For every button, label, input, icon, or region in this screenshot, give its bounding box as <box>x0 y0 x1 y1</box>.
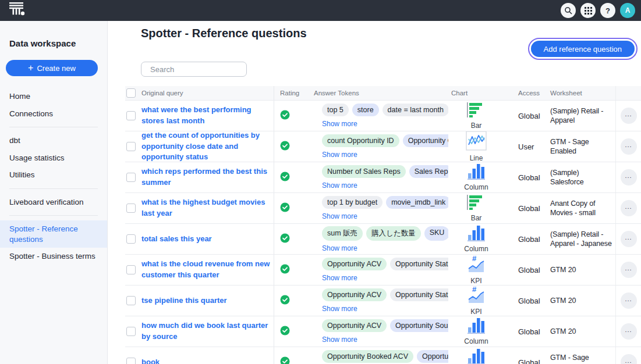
row-checkbox[interactable] <box>126 327 136 336</box>
worksheet-value: GTM 20 <box>550 265 577 274</box>
header-chart: Chart <box>448 86 512 100</box>
app-switcher-icon[interactable] <box>580 3 596 18</box>
worksheet-value: (Sample) Retail - Apparel - Japanese <box>550 230 615 249</box>
sidebar-nav: HomeConnectionsdbtUsage statisticsUtilit… <box>0 88 107 265</box>
row-checkbox[interactable] <box>126 234 136 244</box>
row-more-actions-button[interactable]: ... <box>621 262 637 278</box>
table-row: which reps performed the best this summe… <box>125 162 641 193</box>
query-link[interactable]: book <box>141 357 163 364</box>
query-link[interactable]: tse pipeline this quarter <box>141 295 231 306</box>
row-checkbox[interactable] <box>126 265 136 274</box>
header-worksheet: Worksheet <box>547 86 615 100</box>
query-link[interactable]: what is the cloud revenue from new custo… <box>141 259 274 281</box>
token-chip: store <box>352 104 379 116</box>
show-more-link[interactable]: Show more <box>322 181 357 190</box>
token-chip: Opportunity S <box>417 350 448 363</box>
show-more-link[interactable]: Show more <box>322 120 357 128</box>
search-icon[interactable] <box>561 3 576 18</box>
row-more-actions-button[interactable]: ... <box>621 231 637 247</box>
user-avatar[interactable]: A <box>620 3 635 18</box>
worksheet-value: GTM - Sage Enabled <box>550 137 615 156</box>
row-checkbox[interactable] <box>126 173 136 182</box>
help-icon[interactable]: ? <box>600 3 615 18</box>
table-row: what is the cloud revenue from new custo… <box>125 255 641 286</box>
token-chip: 購入した数量 <box>366 226 421 241</box>
row-checkbox[interactable] <box>126 142 136 151</box>
row-more-actions-button[interactable]: ... <box>621 108 637 124</box>
select-all-checkbox[interactable] <box>126 88 136 98</box>
query-link[interactable]: which reps performed the best this summe… <box>141 166 274 188</box>
add-reference-question-button[interactable]: Add reference question <box>531 41 635 57</box>
verified-check-icon <box>280 110 290 122</box>
chart-type-icon <box>468 225 485 244</box>
thoughtspot-logo-icon[interactable] <box>9 2 26 19</box>
token-list: top 5storedate = last monthsa <box>322 104 448 116</box>
chart-type-icon <box>468 348 485 364</box>
token-chip: Opportunity ACV <box>322 288 387 301</box>
verified-check-icon <box>280 295 290 307</box>
chart-type-icon <box>466 195 486 213</box>
query-link[interactable]: total sales this year <box>141 234 215 245</box>
token-chip: date = last month <box>383 104 448 116</box>
sidebar-item-usage-statistics[interactable]: Usage statistics <box>0 149 107 167</box>
chart-type-icon <box>468 317 485 336</box>
row-checkbox[interactable] <box>126 204 136 213</box>
create-new-button[interactable]: + Create new <box>6 60 98 76</box>
page-title: Spotter - Reference questions <box>141 27 307 40</box>
sidebar-item-connections[interactable]: Connections <box>0 105 107 123</box>
sidebar-divider <box>9 188 98 189</box>
sidebar-item-liveboard-verification[interactable]: Liveboard verification <box>0 194 107 211</box>
row-checkbox[interactable] <box>126 358 136 364</box>
row-more-actions-button[interactable]: ... <box>621 292 637 309</box>
chart-type-icon <box>468 163 485 182</box>
table-row: how much did we book last quarter by sou… <box>125 316 641 347</box>
row-checkbox[interactable] <box>126 111 136 120</box>
token-chip: top 5 <box>322 104 349 116</box>
chart-type-label: Column <box>464 245 488 253</box>
sidebar-item-spotter-reference-questions[interactable]: Spotter - Reference questions <box>0 220 107 248</box>
verified-check-icon <box>280 326 290 338</box>
show-more-link[interactable]: Show more <box>322 274 357 282</box>
access-value: Global <box>518 327 540 336</box>
chart-type-label: KPI <box>470 277 481 285</box>
token-list: Opportunity ACVOpportunity Status = 'b <box>322 258 448 270</box>
table-row: book Opportunity Booked ACVOpportunity S… <box>125 347 641 364</box>
show-more-link[interactable]: Show more <box>322 336 357 344</box>
chart-type-label: Line <box>470 154 483 162</box>
query-link[interactable]: what is the highest budget movies last y… <box>141 197 274 219</box>
access-value: User <box>518 142 534 151</box>
sidebar-item-home[interactable]: Home <box>0 88 107 105</box>
chart-type-icon <box>466 131 487 153</box>
token-list: top 1 by budgetmovie_imdb_linkc <box>322 196 448 209</box>
row-more-actions-button[interactable]: ... <box>621 323 637 340</box>
token-chip: Sales Rep <box>409 165 448 178</box>
show-more-link[interactable]: Show more <box>322 244 357 252</box>
worksheet-value: GTM - Sage Enabled <box>550 353 615 364</box>
sidebar: Data workspace + Create new HomeConnecti… <box>0 21 108 364</box>
verified-check-icon <box>280 172 290 184</box>
sidebar-item-spotter-business-terms[interactable]: Spotter - Business terms <box>0 248 107 265</box>
chart-type-label: KPI <box>470 308 481 316</box>
row-more-actions-button[interactable]: ... <box>621 354 637 364</box>
query-link[interactable]: how much did we book last quarter by sou… <box>141 320 274 342</box>
row-more-actions-button[interactable]: ... <box>621 169 637 185</box>
row-more-actions-button[interactable]: ... <box>621 138 637 155</box>
query-link[interactable]: what were the best performing stores las… <box>141 105 274 127</box>
sidebar-item-dbt[interactable]: dbt <box>0 132 107 149</box>
chart-type-label: Column <box>464 183 488 191</box>
show-more-link[interactable]: Show more <box>322 212 357 220</box>
chart-type-icon: # <box>468 286 485 306</box>
token-list: Opportunity Booked ACVOpportunity S <box>322 350 448 363</box>
access-value: Global <box>518 235 540 244</box>
search-input[interactable] <box>150 65 253 74</box>
sidebar-item-utilities[interactable]: Utilities <box>0 166 107 184</box>
row-checkbox[interactable] <box>126 296 136 305</box>
show-more-link[interactable]: Show more <box>322 151 357 159</box>
query-link[interactable]: get the count of opportunities by opport… <box>141 131 274 162</box>
worksheet-value: (Sample) Retail - Apparel <box>550 106 615 126</box>
worksheet-value: GTM 20 <box>550 296 577 305</box>
row-more-actions-button[interactable]: ... <box>621 200 637 216</box>
chart-type-label: Bar <box>471 214 482 222</box>
show-more-link[interactable]: Show more <box>322 305 357 313</box>
add-button-highlight-ring: Add reference question <box>528 38 638 60</box>
